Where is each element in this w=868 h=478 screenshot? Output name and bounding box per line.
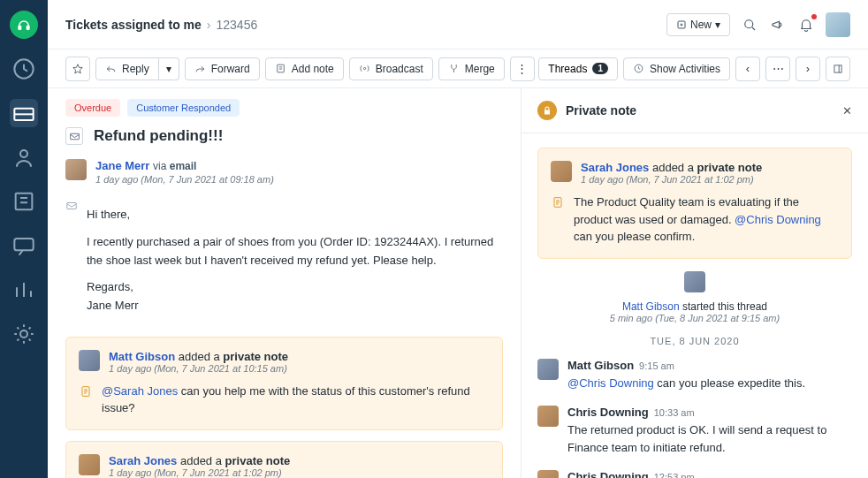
- svg-point-7: [20, 330, 27, 338]
- add-note-label: Add note: [292, 63, 334, 75]
- private-note-panel: Private note ✕ Sarah Jones added a priva…: [522, 88, 868, 478]
- broadcast-button[interactable]: Broadcast: [349, 57, 433, 80]
- svg-rect-1: [27, 26, 29, 29]
- mail-icon: [65, 127, 83, 145]
- customer-name[interactable]: Jane Merr: [95, 159, 149, 172]
- merge-label: Merge: [465, 63, 495, 75]
- thread-msg-time: 10:33 am: [654, 407, 695, 418]
- note2-time: 1 day ago (Mon, 7 Jun 2021 at 1:02 pm): [109, 467, 290, 478]
- private-note-title: Private note: [566, 103, 834, 118]
- thread-msg-name[interactable]: Chris Downing: [567, 470, 649, 478]
- thread-msg-2: Chris Downing12:53 pm Hey @Matt Gibson, …: [537, 470, 852, 478]
- thread-start: Matt Gibson started this thread 5 min ag…: [537, 271, 852, 323]
- chevron-down-icon: ▾: [715, 19, 720, 31]
- thread-msg-avatar[interactable]: [537, 406, 559, 427]
- customer-msg-time: 1 day ago (Mon, 7 Jun 2021 at 09:18 am): [95, 174, 503, 185]
- thread-msg-name[interactable]: Matt Gibson: [567, 359, 634, 372]
- note2-avatar[interactable]: [79, 454, 100, 475]
- page-header: Tickets assigned to me › 123456 New ▾: [48, 0, 868, 49]
- prev-button[interactable]: ‹: [735, 57, 760, 81]
- show-activities-label: Show Activities: [650, 63, 720, 75]
- sidebar-item-tickets[interactable]: [10, 99, 38, 127]
- note-doc-icon: [551, 195, 565, 209]
- thread-msg-avatar[interactable]: [537, 359, 559, 380]
- add-note-button[interactable]: Add note: [265, 57, 344, 80]
- panel-note: Sarah Jones added a private note 1 day a…: [537, 148, 852, 259]
- svg-rect-5: [16, 193, 33, 210]
- panel-note-mention[interactable]: @Chris Downing: [735, 213, 821, 226]
- search-icon[interactable]: [741, 16, 758, 34]
- star-button[interactable]: [65, 57, 90, 81]
- private-note-1: Matt Gibson added a private note 1 day a…: [65, 337, 503, 430]
- msg-p1: Hi there,: [87, 206, 503, 224]
- thread-msg-mention[interactable]: @Chris Downing: [567, 376, 654, 390]
- reply-button[interactable]: Reply: [95, 57, 159, 80]
- conversation-panel: Overdue Customer Responded Refund pendin…: [48, 88, 522, 478]
- threads-count: 1: [592, 63, 608, 74]
- breadcrumb: Tickets assigned to me › 123456: [65, 18, 257, 32]
- panel-note-avatar[interactable]: [551, 161, 572, 182]
- msg-p2: I recently purchased a pair of shoes fro…: [87, 233, 503, 270]
- svg-rect-10: [277, 64, 284, 72]
- broadcast-label: Broadcast: [376, 63, 423, 75]
- reply-dropdown[interactable]: ▾: [159, 57, 179, 80]
- thread-starter-avatar[interactable]: [684, 271, 705, 292]
- responded-badge: Customer Responded: [127, 99, 240, 117]
- svg-rect-13: [834, 64, 841, 72]
- note2-author[interactable]: Sarah Jones: [109, 454, 177, 467]
- svg-point-11: [363, 67, 365, 69]
- ticket-toolbar: Reply ▾ Forward Add note Broadcast Merge…: [48, 49, 868, 88]
- thread-msg-0: Matt Gibson9:15 am @Chris Downing can yo…: [537, 359, 852, 392]
- note-doc-icon: [79, 384, 93, 398]
- bell-icon[interactable]: [797, 16, 815, 34]
- threads-label: Threads: [548, 63, 587, 75]
- breadcrumb-id: 123456: [216, 18, 257, 32]
- announce-icon[interactable]: [769, 16, 787, 34]
- show-activities-button[interactable]: Show Activities: [623, 57, 730, 80]
- thread-msg-avatar[interactable]: [537, 470, 559, 478]
- sidebar-item-solutions[interactable]: [10, 187, 38, 216]
- via-label: via email: [153, 160, 196, 172]
- panel-note-author[interactable]: Sarah Jones: [581, 161, 649, 174]
- merge-button[interactable]: Merge: [438, 57, 505, 80]
- new-button[interactable]: New ▾: [666, 13, 730, 36]
- forward-button[interactable]: Forward: [185, 57, 260, 80]
- svg-point-9: [745, 19, 753, 27]
- sidebar-item-settings[interactable]: [10, 320, 38, 348]
- notification-dot: [811, 14, 817, 19]
- mail-small-icon: [65, 200, 78, 212]
- note1-mention[interactable]: @Sarah Jones: [102, 384, 178, 398]
- thread-msg-time: 12:53 pm: [654, 472, 695, 478]
- chevron-right-icon: ›: [207, 18, 211, 32]
- customer-avatar[interactable]: [65, 159, 87, 180]
- sidebar-item-dashboard[interactable]: [10, 55, 38, 83]
- customer-message-body: Hi there, I recently purchased a pair of…: [65, 197, 503, 324]
- thread-starter-name[interactable]: Matt Gibson: [622, 300, 680, 313]
- thread-msg-time: 9:15 am: [639, 360, 674, 371]
- breadcrumb-main[interactable]: Tickets assigned to me: [65, 18, 202, 32]
- svg-rect-15: [67, 203, 77, 209]
- threads-button[interactable]: Threads1: [538, 57, 618, 80]
- svg-point-4: [20, 150, 27, 157]
- forward-label: Forward: [211, 63, 250, 75]
- next-button[interactable]: ›: [796, 57, 820, 81]
- sidebar-item-contacts[interactable]: [10, 143, 38, 171]
- note1-avatar[interactable]: [79, 350, 100, 371]
- msg-p4: Jane Merr: [87, 299, 139, 312]
- thread-start-time: 5 min ago (Tue, 8 Jun 2021 at 9:15 am): [537, 313, 852, 323]
- msg-p3: Regards,: [87, 280, 133, 293]
- user-avatar[interactable]: [826, 12, 850, 37]
- expand-button[interactable]: [826, 57, 850, 81]
- note1-author[interactable]: Matt Gibson: [109, 350, 175, 363]
- app-logo[interactable]: [10, 11, 38, 39]
- customer-message: Jane Merr via email 1 day ago (Mon, 7 Ju…: [65, 159, 503, 185]
- sidebar-item-chat[interactable]: [10, 231, 38, 260]
- thread-msg-name[interactable]: Chris Downing: [567, 406, 649, 419]
- more-nav-button[interactable]: ⋯: [765, 57, 790, 81]
- more-button[interactable]: ⋮: [510, 57, 535, 81]
- left-sidebar: [0, 0, 48, 478]
- svg-rect-0: [19, 26, 21, 29]
- private-note-2: Sarah Jones added a private note 1 day a…: [65, 441, 503, 478]
- sidebar-item-reports[interactable]: [10, 276, 38, 304]
- close-button[interactable]: ✕: [842, 104, 852, 118]
